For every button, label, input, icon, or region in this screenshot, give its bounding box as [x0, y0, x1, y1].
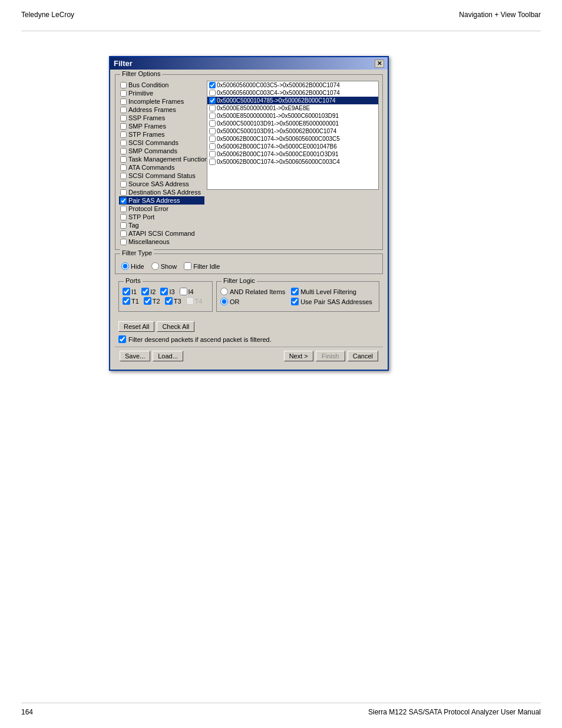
sas-list-item[interactable]: 0x500062B000C1074->0x5006056000C003C4	[207, 158, 378, 166]
filter-item[interactable]: Pair SAS Address	[119, 196, 204, 205]
filter-item-checkbox[interactable]	[120, 115, 127, 121]
use-pair-checkbox[interactable]	[291, 298, 299, 305]
save-button[interactable]: Save...	[120, 351, 150, 361]
sas-item-checkbox[interactable]	[209, 97, 216, 104]
sas-list-item[interactable]: 0x5000C5000103D91->0x5000E85000000001	[207, 120, 378, 127]
filter-item[interactable]: SMP Frames	[119, 122, 204, 130]
load-button[interactable]: Load...	[153, 351, 183, 361]
show-radio-label[interactable]: Show	[151, 262, 177, 270]
sas-item-checkbox[interactable]	[209, 143, 216, 150]
sas-item-checkbox[interactable]	[209, 90, 216, 96]
sas-item-checkbox[interactable]	[209, 159, 216, 165]
filter-item[interactable]: SMP Commands	[119, 147, 204, 155]
filter-item[interactable]: Bus Condition	[119, 81, 204, 89]
filter-item-checkbox[interactable]	[120, 90, 127, 97]
filter-item-checkbox[interactable]	[120, 173, 127, 179]
filter-item-checkbox[interactable]	[120, 206, 127, 212]
sas-list-item[interactable]: 0x5006056000C003C4->0x500062B000C1074	[207, 89, 378, 97]
filter-item-checkbox[interactable]	[120, 222, 127, 229]
filter-item[interactable]: Destination SAS Address	[119, 188, 204, 196]
filter-item[interactable]: STP Port	[119, 213, 204, 221]
filter-item-checkbox[interactable]	[120, 214, 127, 220]
filter-item[interactable]: Protocol Error	[119, 205, 204, 213]
filter-idle-checkbox[interactable]	[184, 262, 191, 270]
filter-item-checkbox[interactable]	[120, 156, 127, 163]
multi-level-label[interactable]: Multi Level Filtering	[291, 288, 372, 295]
filter-item-checkbox[interactable]	[120, 197, 127, 204]
t3-label[interactable]: T3	[165, 297, 181, 305]
sas-list-item[interactable]: 0x500062B000C1074->0x5000CE0001O3D91	[207, 150, 378, 158]
or-radio[interactable]	[220, 298, 228, 305]
cancel-button[interactable]: Cancel	[348, 351, 378, 361]
show-radio[interactable]	[151, 262, 159, 270]
i4-label[interactable]: I4	[180, 288, 194, 295]
filter-item-checkbox[interactable]	[120, 164, 127, 171]
filter-item-checkbox[interactable]	[120, 148, 127, 154]
filter-item[interactable]: Source SAS Address	[119, 180, 204, 188]
filter-idle-label[interactable]: Filter Idle	[184, 262, 220, 270]
filter-item-checkbox[interactable]	[120, 107, 127, 113]
filter-item[interactable]: Tag	[119, 221, 204, 229]
use-pair-label[interactable]: Use Pair SAS Addresses	[291, 298, 372, 305]
and-radio[interactable]	[220, 288, 228, 295]
i1-label[interactable]: I1	[123, 288, 137, 295]
filter-item[interactable]: SSP Frames	[119, 114, 204, 122]
sas-item-checkbox[interactable]	[209, 113, 216, 119]
reset-all-button[interactable]: Reset All	[118, 321, 154, 332]
sas-item-checkbox[interactable]	[209, 105, 216, 111]
sas-list-item[interactable]: 0x5000E85000000001->0x5000C6000103D91	[207, 112, 378, 120]
filter-item-checkbox[interactable]	[120, 82, 127, 88]
filter-item[interactable]: Miscellaneous	[119, 238, 204, 246]
filter-item[interactable]: STP Frames	[119, 130, 204, 139]
sas-item-checkbox[interactable]	[209, 82, 216, 88]
sas-item-checkbox[interactable]	[209, 128, 216, 134]
filter-item-checkbox[interactable]	[120, 140, 127, 146]
check-all-button[interactable]: Check All	[157, 321, 194, 332]
hide-radio-label[interactable]: Hide	[121, 262, 144, 270]
sas-list-item[interactable]: 0x500062B000C1074->0x5000CE0001047B6	[207, 143, 378, 150]
or-radio-label[interactable]: OR	[220, 298, 285, 305]
filter-item[interactable]: ATAPI SCSI Command	[119, 229, 204, 238]
filter-item[interactable]: Incomplete Frames	[119, 97, 204, 106]
sas-list-item[interactable]: 0x5000E85000000001->0xE9AE8E	[207, 104, 378, 112]
close-button[interactable]: ✕	[375, 60, 384, 68]
t2-label[interactable]: T2	[144, 297, 160, 305]
sas-item-checkbox[interactable]	[209, 120, 216, 127]
filter-item-checkbox[interactable]	[120, 239, 127, 245]
filter-item-checkbox[interactable]	[120, 189, 127, 196]
t3-checkbox[interactable]	[165, 297, 173, 305]
filter-item-checkbox[interactable]	[120, 181, 127, 187]
i1-checkbox[interactable]	[123, 288, 130, 295]
sas-item-checkbox[interactable]	[209, 151, 216, 157]
filter-item-checkbox[interactable]	[120, 131, 127, 138]
sas-item-checkbox[interactable]	[209, 136, 216, 142]
next-button[interactable]: Next >	[284, 351, 313, 361]
sas-list-item[interactable]: 0x500062B000C1074->0x5006056000C003C5	[207, 135, 378, 143]
filter-descend-checkbox[interactable]	[118, 335, 126, 343]
sas-address-list[interactable]: 0x5006056000C003C5->0x500062B000C10740x5…	[207, 81, 379, 190]
t1-checkbox[interactable]	[123, 297, 130, 305]
filter-item[interactable]: SCSI Commands	[119, 139, 204, 147]
and-radio-label[interactable]: AND Related Items	[220, 288, 285, 295]
i2-label[interactable]: I2	[141, 288, 156, 295]
i4-checkbox[interactable]	[180, 288, 187, 295]
filter-item-checkbox[interactable]	[120, 230, 127, 237]
sas-list-item[interactable]: 0x5000C5000103D91->0x500062B000C1074	[207, 127, 378, 135]
i2-checkbox[interactable]	[141, 288, 149, 295]
finish-button[interactable]: Finish	[316, 351, 345, 361]
filter-item-checkbox[interactable]	[120, 98, 127, 105]
i3-label[interactable]: I3	[160, 288, 174, 295]
t2-checkbox[interactable]	[144, 297, 151, 305]
multi-level-checkbox[interactable]	[291, 288, 299, 295]
filter-item[interactable]: ATA Commands	[119, 163, 204, 172]
sas-list-item[interactable]: 0x5006056000C003C5->0x500062B000C1074	[207, 81, 378, 89]
filter-item-checkbox[interactable]	[120, 123, 127, 130]
t1-label[interactable]: T1	[123, 297, 139, 305]
filter-item[interactable]: SCSI Command Status	[119, 172, 204, 180]
filter-item[interactable]: Address Frames	[119, 106, 204, 114]
sas-list-item[interactable]: 0x5000C5000104785->0x500062B000C1074	[207, 97, 378, 104]
i3-checkbox[interactable]	[160, 288, 168, 295]
filter-item[interactable]: Primitive	[119, 89, 204, 97]
hide-radio[interactable]	[121, 262, 129, 270]
filter-item[interactable]: Task Management Functions	[119, 155, 204, 163]
